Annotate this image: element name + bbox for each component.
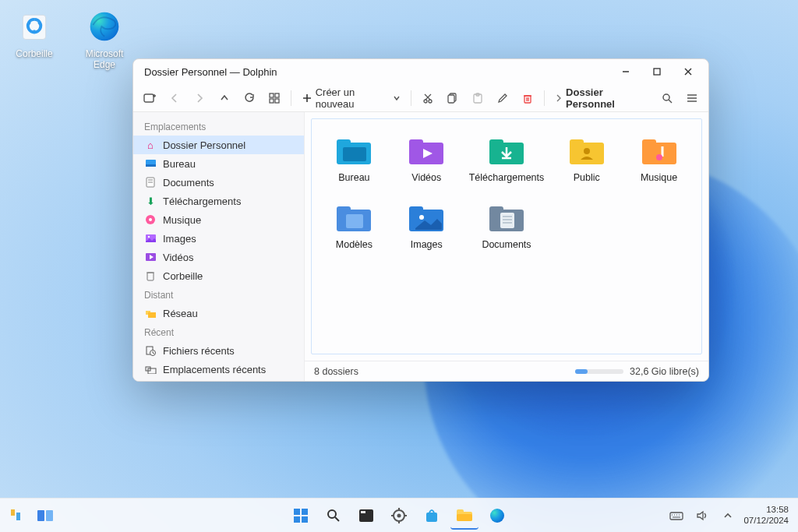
folder-icon xyxy=(335,203,373,234)
folder-documents[interactable]: Documents xyxy=(466,200,548,253)
paste-button[interactable] xyxy=(466,86,489,110)
tray-time: 13:58 xyxy=(743,505,789,516)
sidebar-item-videos[interactable]: Vidéos xyxy=(133,248,304,266)
folder-grid[interactable]: Bureau Vidéos Téléchargements Public xyxy=(311,118,702,354)
minimize-button[interactable] xyxy=(610,59,641,84)
sidebar-item-downloads[interactable]: ⬇ Téléchargements xyxy=(133,192,304,210)
taskbar-app-store[interactable] xyxy=(418,502,446,530)
taskbar-app-edge[interactable] xyxy=(483,502,511,530)
svg-rect-83 xyxy=(294,509,300,515)
taskbar: 13:58 07/12/2024 xyxy=(0,498,798,532)
folder-icon xyxy=(456,508,473,522)
folder-icon xyxy=(408,136,445,167)
titlebar[interactable]: Dossier Personnel — Dolphin xyxy=(133,59,708,84)
svg-line-88 xyxy=(335,517,339,521)
taskbar-widgets-button[interactable] xyxy=(5,502,26,530)
delete-button[interactable] xyxy=(516,86,539,110)
folder-label: Modèles xyxy=(336,239,373,250)
sidebar-item-recent-places[interactable]: Emplacements récents xyxy=(133,360,304,379)
sidebar-item-trash[interactable]: Corbeille xyxy=(133,266,304,285)
sidebar-item-desktop[interactable]: Bureau xyxy=(133,154,304,173)
taskbar-app-terminal[interactable] xyxy=(352,502,380,530)
svg-rect-71 xyxy=(409,206,423,214)
sidebar-item-music[interactable]: Musique xyxy=(133,210,304,229)
search-icon xyxy=(662,93,673,104)
tray-clock[interactable]: 13:58 07/12/2024 xyxy=(743,505,789,527)
svg-line-18 xyxy=(425,94,430,100)
svg-rect-3 xyxy=(654,69,660,75)
folder-icon xyxy=(568,136,606,167)
view-mode-button[interactable] xyxy=(263,86,286,110)
create-new-button[interactable]: Créer un nouveau xyxy=(296,86,406,110)
folder-musique[interactable]: Musique xyxy=(626,133,692,186)
folder-label: Vidéos xyxy=(411,172,441,183)
maximize-button[interactable] xyxy=(641,59,673,84)
svg-rect-23 xyxy=(524,96,531,103)
hamburger-icon xyxy=(687,93,697,103)
sidebar-section-recent: Récent xyxy=(133,322,304,341)
search-button[interactable] xyxy=(655,86,679,110)
svg-rect-58 xyxy=(409,139,423,147)
tray-volume-button[interactable] xyxy=(694,502,712,530)
desktop-icon-edge[interactable]: Microsoft Edge xyxy=(75,8,134,70)
taskbar-taskview-button[interactable] xyxy=(31,502,59,530)
sidebar-item-recent-files[interactable]: Fichiers récents xyxy=(133,341,304,360)
rename-button[interactable] xyxy=(491,86,514,110)
file-manager-window: Dossier Personnel — Dolphin Créer un nou… xyxy=(132,58,709,382)
sidebar-item-home[interactable]: ⌂ Dossier Personnel xyxy=(133,136,304,154)
desktop-icon-label: Corbeille xyxy=(5,48,64,59)
disk-usage-bar xyxy=(575,369,623,374)
folder-videos[interactable]: Vidéos xyxy=(394,133,460,186)
chevron-up-icon xyxy=(220,93,229,103)
sidebar-item-label: Emplacements récents xyxy=(163,364,266,375)
svg-rect-82 xyxy=(46,510,53,521)
copy-button[interactable] xyxy=(441,86,464,110)
back-button[interactable] xyxy=(163,86,186,110)
chevron-right-icon xyxy=(196,93,203,103)
breadcrumb[interactable]: Dossier Personnel xyxy=(549,86,652,110)
sidebar-item-network[interactable]: Réseau xyxy=(133,304,304,322)
refresh-button[interactable] xyxy=(238,86,261,110)
breadcrumb-segment: Dossier Personnel xyxy=(566,86,646,110)
sidebar-item-documents[interactable]: Documents xyxy=(133,173,304,192)
chevron-right-icon xyxy=(556,94,561,102)
close-button[interactable] xyxy=(673,59,704,84)
clipboard-icon xyxy=(472,93,483,104)
sidebar-section-places: Emplacements xyxy=(133,117,304,136)
svg-rect-33 xyxy=(146,164,156,167)
svg-rect-99 xyxy=(457,509,464,514)
desktop-icon-recycle-bin[interactable]: Corbeille xyxy=(5,8,64,59)
sidebar-item-label: Bureau xyxy=(163,158,196,170)
tray-chevron-button[interactable] xyxy=(720,502,736,530)
forward-button[interactable] xyxy=(188,86,211,110)
svg-point-87 xyxy=(328,510,336,518)
folder-bureau[interactable]: Bureau xyxy=(321,133,387,186)
svg-rect-9 xyxy=(270,93,274,97)
sidebar-item-label: Documents xyxy=(163,177,214,188)
svg-rect-84 xyxy=(302,509,308,515)
tray-keyboard-button[interactable] xyxy=(667,502,686,530)
svg-rect-75 xyxy=(500,213,514,228)
menu-button[interactable] xyxy=(680,86,704,110)
up-button[interactable] xyxy=(213,86,236,110)
svg-point-16 xyxy=(429,100,432,103)
folder-telechargements[interactable]: Téléchargements xyxy=(466,133,548,186)
recent-files-icon xyxy=(144,344,157,357)
svg-rect-80 xyxy=(16,513,20,520)
grid-icon xyxy=(269,93,280,104)
taskbar-app-explorer[interactable] xyxy=(450,502,478,530)
folder-label: Images xyxy=(411,239,443,250)
bag-icon xyxy=(424,508,440,523)
folder-modeles[interactable]: Modèles xyxy=(321,200,387,253)
sidebar-item-images[interactable]: Images xyxy=(133,229,304,248)
taskbar-search-button[interactable] xyxy=(320,502,348,530)
folder-public[interactable]: Public xyxy=(553,133,620,186)
scissors-icon xyxy=(422,93,433,104)
folder-images[interactable]: Images xyxy=(394,200,460,253)
cut-button[interactable] xyxy=(416,86,440,110)
taskbar-start-button[interactable] xyxy=(287,502,315,530)
new-tab-button[interactable] xyxy=(138,86,161,110)
pencil-icon xyxy=(497,93,508,104)
taskbar-app-settings[interactable] xyxy=(385,502,413,530)
home-icon: ⌂ xyxy=(144,139,157,151)
